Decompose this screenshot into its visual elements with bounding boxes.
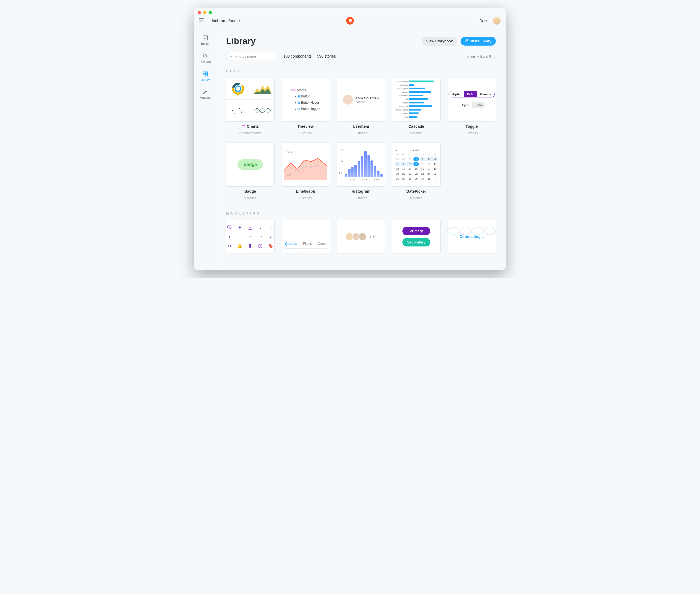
svg-point-15 bbox=[238, 110, 239, 111]
sidebar-item-library[interactable]: Library bbox=[201, 71, 210, 81]
check-icon bbox=[202, 35, 208, 41]
card-datepicker[interactable]: ‹AUG› SuMoTuWeThFrSa29303112345678910111… bbox=[392, 143, 440, 200]
svg-point-20 bbox=[240, 111, 241, 112]
sidebar-item-reviews[interactable]: Reviews bbox=[200, 53, 211, 63]
share-library-button[interactable]: Share library bbox=[460, 37, 496, 46]
marketing-grid: ⓘ＋△⌄↓ ‹←›→✓ ✂🔔🗑🕮🔖 Queries Fields Count bbox=[226, 220, 496, 253]
chevron-down-icon: ⌄ bbox=[493, 54, 496, 58]
svg-point-18 bbox=[243, 110, 244, 111]
card-toggle[interactable]: AlphaBetaGamma AlphaBeta Toggle 5 storie… bbox=[447, 78, 496, 135]
section-label-marketing: MARKETING bbox=[226, 211, 496, 215]
svg-point-12 bbox=[232, 110, 233, 111]
svg-point-16 bbox=[239, 108, 240, 109]
card-treeview[interactable]: ▾ ▷ Atoms ▸ ⊞ Button ▸ ⊞ ButtonHover ▸ ⊞… bbox=[281, 78, 330, 135]
card-cascade[interactable]: transactionestimatedescriptionnamesummar… bbox=[392, 78, 440, 135]
svg-point-8 bbox=[230, 55, 232, 56]
sidebar-label: Reviews bbox=[200, 60, 211, 63]
page-title: Library bbox=[226, 36, 255, 46]
search-icon bbox=[230, 54, 233, 58]
card-connecting[interactable]: Connecting... bbox=[447, 220, 496, 253]
svg-rect-0 bbox=[203, 36, 207, 40]
chevron-left-icon: ‹ bbox=[396, 149, 398, 152]
card-avatars[interactable]: + 10 bbox=[337, 220, 385, 253]
core-grid-2: Badge Badge 5 stories ~ 25% 15% bbox=[226, 143, 496, 200]
card-tablist[interactable]: Queries Fields Count bbox=[281, 220, 330, 253]
grid-icon bbox=[202, 71, 208, 77]
svg-point-17 bbox=[241, 112, 242, 113]
card-histogram[interactable]: 20k15k5k 20ms30ms40ms Histogram 5 storie… bbox=[337, 143, 385, 200]
pullrequest-icon bbox=[202, 53, 208, 59]
topbar: hichroma/acme Docs bbox=[194, 13, 506, 28]
svg-rect-4 bbox=[203, 72, 205, 74]
sidebar-item-manage[interactable]: Manage bbox=[200, 89, 211, 100]
sidebar-item-builds[interactable]: Builds bbox=[201, 35, 209, 45]
svg-point-11 bbox=[235, 86, 241, 91]
minimize-dot[interactable] bbox=[203, 11, 206, 14]
svg-point-14 bbox=[235, 112, 236, 112]
sidebar: Builds Reviews Library Manage bbox=[194, 28, 216, 270]
branch-build-selector[interactable]: main – Build 9 ⌄ bbox=[467, 54, 496, 58]
zoom-dot[interactable] bbox=[208, 11, 212, 14]
app-window: hichroma/acme Docs Builds Reviews Librar… bbox=[194, 8, 506, 270]
search-input[interactable]: Find by name bbox=[226, 52, 278, 60]
folder-icon: ▢ bbox=[242, 124, 245, 129]
sidebar-label: Manage bbox=[200, 96, 211, 100]
card-icons[interactable]: ⓘ＋△⌄↓ ‹←›→✓ ✂🔔🗑🕮🔖 bbox=[226, 220, 274, 253]
chromatic-logo[interactable] bbox=[346, 17, 354, 25]
svg-point-1 bbox=[203, 54, 204, 55]
mac-titlebar bbox=[194, 8, 506, 13]
core-grid-1: ▢Charts 20 components ▾ ▷ Atoms ▸ ⊞ Butt… bbox=[226, 78, 496, 135]
svg-rect-5 bbox=[205, 72, 207, 74]
story-count: 590 stories bbox=[317, 54, 336, 58]
component-count: 103 components bbox=[283, 54, 312, 58]
view-storybook-button[interactable]: View Storybook bbox=[422, 37, 457, 46]
section-label-core: CORE bbox=[226, 69, 496, 73]
menu-icon[interactable] bbox=[199, 18, 204, 24]
card-charts[interactable]: ▢Charts 20 components bbox=[226, 78, 274, 135]
wrench-icon bbox=[202, 89, 208, 95]
avatar-icon bbox=[343, 95, 353, 105]
svg-rect-7 bbox=[205, 74, 207, 76]
project-breadcrumb[interactable]: hichroma/acme bbox=[212, 18, 240, 23]
docs-link[interactable]: Docs bbox=[479, 19, 488, 23]
thumb-charts bbox=[226, 78, 274, 121]
svg-rect-6 bbox=[203, 74, 205, 76]
card-badge[interactable]: Badge Badge 5 stories bbox=[226, 143, 274, 200]
card-linegraph[interactable]: ~ 25% 15% LineGraph 5 stories bbox=[281, 143, 330, 200]
svg-point-2 bbox=[203, 57, 204, 58]
svg-point-19 bbox=[234, 113, 235, 114]
chevron-right-icon: › bbox=[435, 149, 436, 152]
user-avatar[interactable] bbox=[493, 17, 501, 25]
sidebar-label: Library bbox=[201, 78, 210, 81]
main-content: Library View Storybook Share library Fin… bbox=[216, 28, 506, 270]
sidebar-label: Builds bbox=[201, 42, 209, 45]
close-dot[interactable] bbox=[198, 11, 201, 14]
link-icon bbox=[465, 39, 468, 43]
svg-point-13 bbox=[234, 109, 234, 110]
svg-point-3 bbox=[206, 57, 207, 58]
card-buttons[interactable]: Primary Secondary bbox=[392, 220, 440, 253]
card-useritem[interactable]: Tom Colemandomyen UserItem 5 stories bbox=[337, 78, 385, 135]
